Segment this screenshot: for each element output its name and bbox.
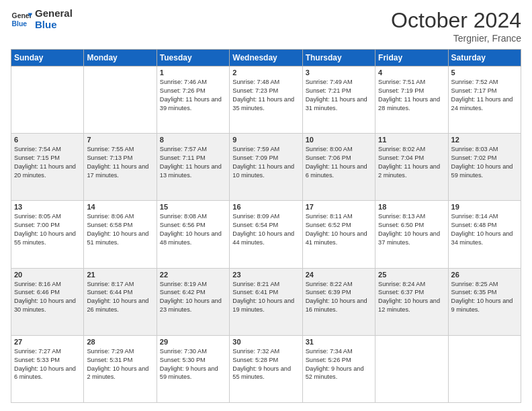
day-info: Daylight: 11 hours and 39 minutes. [160,95,226,113]
day-info: Sunrise: 7:54 AM [14,145,81,154]
day-info: Daylight: 11 hours and 13 minutes. [160,163,226,180]
day-info: Daylight: 11 hours and 28 minutes. [378,95,445,113]
day-info: Sunrise: 7:51 AM [378,78,445,87]
day-info: Daylight: 10 hours and 55 minutes. [14,230,81,247]
day-info: Sunset: 6:54 PM [232,221,299,230]
day-info: Sunset: 7:17 PM [451,87,518,95]
day-number: 22 [160,271,226,279]
day-info: Sunset: 6:50 PM [378,221,445,230]
day-info: Sunrise: 8:06 AM [87,212,153,221]
day-info: Daylight: 10 hours and 26 minutes. [87,297,153,314]
day-info: Sunrise: 8:13 AM [378,212,445,221]
calendar-cell: 19Sunrise: 8:14 AMSunset: 6:48 PMDayligh… [448,201,521,268]
day-info: Sunset: 7:15 PM [14,154,81,163]
day-info: Sunrise: 8:16 AM [14,280,81,289]
day-info: Daylight: 10 hours and 37 minutes. [378,230,445,247]
day-info: Sunrise: 7:49 AM [306,78,372,87]
calendar-week-row: 13Sunrise: 8:05 AMSunset: 7:00 PMDayligh… [11,201,521,268]
day-info: Daylight: 10 hours and 34 minutes. [451,230,518,247]
day-number: 1 [160,68,226,77]
day-info: Sunset: 6:44 PM [87,288,153,297]
calendar-cell: 23Sunrise: 8:21 AMSunset: 6:41 PMDayligh… [230,268,302,335]
day-number: 14 [87,203,153,211]
day-info: Daylight: 10 hours and 41 minutes. [306,230,372,247]
day-info: Sunset: 5:31 PM [87,356,153,365]
day-number: 25 [378,271,445,279]
day-number: 9 [232,136,299,144]
day-info: Daylight: 9 hours and 59 minutes. [160,365,226,382]
day-info: Sunrise: 8:09 AM [232,212,299,221]
day-info: Sunrise: 8:25 AM [451,280,518,289]
day-info: Sunset: 6:56 PM [160,221,226,230]
day-info: Sunrise: 8:17 AM [87,280,153,289]
day-info: Sunrise: 7:59 AM [232,145,299,154]
day-info: Daylight: 9 hours and 55 minutes. [232,365,299,382]
day-info: Sunrise: 7:30 AM [160,347,226,356]
day-info: Sunset: 6:46 PM [14,288,81,297]
calendar-cell: 11Sunrise: 8:02 AMSunset: 7:04 PMDayligh… [375,134,448,201]
calendar-cell: 5Sunrise: 7:52 AMSunset: 7:17 PMDaylight… [448,66,521,134]
day-info: Sunset: 7:26 PM [160,87,226,95]
day-info: Daylight: 11 hours and 2 minutes. [378,163,445,180]
day-info: Sunset: 6:37 PM [378,288,445,297]
day-number: 2 [232,68,299,77]
calendar-week-row: 27Sunrise: 7:27 AMSunset: 5:33 PMDayligh… [11,335,521,402]
calendar-cell: 26Sunrise: 8:25 AMSunset: 6:35 PMDayligh… [448,268,521,335]
day-info: Sunset: 6:52 PM [306,221,372,230]
calendar-cell: 9Sunrise: 7:59 AMSunset: 7:09 PMDaylight… [230,134,302,201]
day-number: 31 [306,338,372,346]
day-number: 12 [451,136,518,144]
day-number: 10 [306,136,372,144]
calendar-day-header: Wednesday [230,50,302,66]
day-number: 30 [232,338,299,346]
calendar-week-row: 20Sunrise: 8:16 AMSunset: 6:46 PMDayligh… [11,268,521,335]
calendar-cell: 18Sunrise: 8:13 AMSunset: 6:50 PMDayligh… [375,201,448,268]
day-info: Daylight: 11 hours and 24 minutes. [451,95,518,113]
day-info: Sunrise: 8:00 AM [306,145,372,154]
day-info: Sunset: 6:35 PM [451,288,518,297]
day-info: Daylight: 10 hours and 12 minutes. [378,297,445,314]
header: General Blue General Blue October 2024 T… [11,8,521,44]
calendar-week-row: 6Sunrise: 7:54 AMSunset: 7:15 PMDaylight… [11,134,521,201]
calendar-header-row: SundayMondayTuesdayWednesdayThursdayFrid… [11,50,521,66]
day-info: Daylight: 11 hours and 6 minutes. [306,163,372,180]
day-info: Sunset: 5:33 PM [14,356,81,365]
day-number: 19 [451,203,518,211]
day-info: Daylight: 10 hours and 6 minutes. [14,365,81,382]
calendar-cell: 25Sunrise: 8:24 AMSunset: 6:37 PMDayligh… [375,268,448,335]
calendar-cell: 17Sunrise: 8:11 AMSunset: 6:52 PMDayligh… [302,201,375,268]
day-number: 27 [14,338,81,346]
day-number: 3 [306,68,372,77]
calendar-cell [84,66,157,134]
calendar-cell: 22Sunrise: 8:19 AMSunset: 6:42 PMDayligh… [157,268,229,335]
day-info: Sunset: 6:39 PM [306,288,372,297]
day-number: 21 [87,271,153,279]
day-info: Sunrise: 7:57 AM [160,145,226,154]
day-info: Sunset: 7:13 PM [87,154,153,163]
day-info: Daylight: 9 hours and 52 minutes. [306,365,372,382]
calendar-cell: 6Sunrise: 7:54 AMSunset: 7:15 PMDaylight… [11,134,84,201]
calendar-cell: 27Sunrise: 7:27 AMSunset: 5:33 PMDayligh… [11,335,84,402]
day-info: Sunrise: 7:46 AM [160,78,226,87]
title-block: October 2024 Tergnier, France [391,8,521,44]
calendar-cell [11,66,84,134]
calendar-cell: 8Sunrise: 7:57 AMSunset: 7:11 PMDaylight… [157,134,229,201]
day-info: Sunrise: 7:34 AM [306,347,372,356]
day-info: Sunset: 7:04 PM [378,154,445,163]
day-info: Sunrise: 7:27 AM [14,347,81,356]
day-number: 8 [160,136,226,144]
day-info: Sunset: 7:21 PM [306,87,372,95]
day-info: Sunrise: 8:24 AM [378,280,445,289]
day-info: Daylight: 10 hours and 23 minutes. [160,297,226,314]
calendar-cell: 30Sunrise: 7:32 AMSunset: 5:28 PMDayligh… [230,335,302,402]
calendar-cell: 15Sunrise: 8:08 AMSunset: 6:56 PMDayligh… [157,201,229,268]
day-info: Daylight: 11 hours and 35 minutes. [232,95,299,113]
day-number: 20 [14,271,81,279]
day-info: Sunrise: 7:55 AM [87,145,153,154]
day-info: Sunset: 7:19 PM [378,87,445,95]
calendar-body: 1Sunrise: 7:46 AMSunset: 7:26 PMDaylight… [11,66,521,403]
day-info: Daylight: 11 hours and 31 minutes. [306,95,372,113]
month-title: October 2024 [391,8,521,33]
day-info: Sunset: 7:02 PM [451,154,518,163]
day-info: Sunset: 5:30 PM [160,356,226,365]
